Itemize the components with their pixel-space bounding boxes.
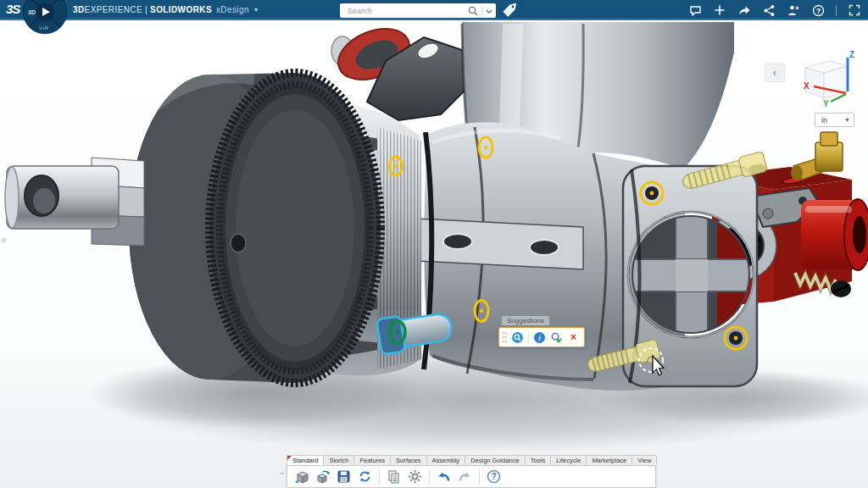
ribbon-help-button[interactable]: ? (485, 468, 503, 485)
user-icon (787, 4, 800, 17)
starter-drum (129, 73, 381, 383)
brand-divider: | (145, 5, 147, 14)
fullscreen-button[interactable] (848, 3, 861, 17)
share-nodes-icon (763, 4, 776, 17)
tab-features[interactable]: Features (353, 455, 391, 465)
search-divider (481, 6, 482, 15)
drag-handle-icon[interactable] (502, 331, 507, 343)
view-cube[interactable]: X Y Z (795, 47, 861, 112)
redo-icon (457, 469, 473, 485)
open-part-icon (314, 469, 331, 485)
search-input[interactable] (346, 6, 468, 16)
brand-product: SOLIDWORKS (150, 5, 212, 14)
xdesign-app-window: 3S 3DEXPERIENCE | SOLIDWORKS xDesign ▾ (0, 0, 868, 488)
global-search (340, 3, 496, 18)
compass-3d-label: 3D (28, 9, 36, 15)
compass-vr-label: V+R (39, 25, 48, 30)
share-network-button[interactable] (762, 3, 776, 17)
suggestion-preview-button[interactable] (511, 331, 524, 344)
tab-marketplace[interactable]: Marketplace (586, 455, 632, 465)
3d-model-canvas[interactable] (0, 0, 868, 488)
tab-view[interactable]: View (632, 455, 657, 465)
chevron-down-icon[interactable]: ▾ (254, 6, 258, 14)
units-chevron-icon: ▼ (844, 117, 850, 123)
prop-shaft (5, 166, 119, 229)
plus-icon (714, 4, 726, 16)
tab-lifecycle[interactable]: Lifecycle (550, 455, 587, 465)
share-forward-icon (737, 4, 751, 17)
units-dropdown[interactable]: in ▼ (815, 113, 854, 127)
tab-design-guidance[interactable]: Design Guidance (465, 455, 526, 465)
brand-3d: 3D (73, 5, 85, 14)
undo-button[interactable] (435, 468, 453, 485)
undo-icon (436, 469, 452, 485)
fullscreen-icon (849, 4, 860, 16)
tab-sketch[interactable]: Sketch (323, 455, 354, 465)
tag-icon (502, 3, 517, 18)
tab-standard[interactable]: Standard (287, 455, 324, 465)
view-previous-button[interactable]: ‹ (765, 64, 785, 82)
redo-button[interactable] (456, 468, 474, 485)
brand-experience: EXPERIENCE (85, 5, 142, 14)
topbar-icon-group: ? (688, 0, 865, 20)
ribbon-collapse-chevron[interactable]: ⌄ (279, 468, 286, 476)
add-button[interactable] (713, 3, 726, 17)
comment-button[interactable] (688, 3, 702, 17)
suggestions-toolbar: i × (498, 327, 585, 347)
save-button[interactable] (335, 468, 353, 485)
help-icon: ? (812, 4, 825, 17)
top-app-bar: 3S 3DEXPERIENCE | SOLIDWORKS xDesign ▾ (0, 0, 868, 20)
app-name: xDesign (216, 5, 249, 14)
toolbar-divider (379, 469, 380, 485)
user-button[interactable] (787, 3, 800, 17)
dassault-3ds-logo[interactable]: 3S (6, 2, 19, 16)
toolbar-divider (479, 469, 480, 485)
z-axis-label: Z (849, 50, 854, 59)
share-forward-button[interactable] (737, 3, 751, 17)
ribbon-toolbar: ? (287, 465, 656, 488)
gear-icon (407, 469, 423, 485)
suggestions-tooltip: Suggestions (502, 316, 549, 325)
toolbar-divider (429, 469, 430, 485)
svg-text:?: ? (815, 6, 820, 14)
copy-properties-icon (386, 469, 402, 485)
search-icon[interactable] (468, 6, 478, 16)
svg-text:?: ? (491, 472, 496, 481)
magnifier-check-icon (550, 331, 563, 344)
intake-cylinder (801, 199, 868, 270)
help-circle-icon: ? (486, 469, 502, 485)
tab-tools[interactable]: Tools (525, 455, 552, 465)
help-button[interactable]: ? (811, 3, 825, 17)
app-breadcrumb: 3DEXPERIENCE | SOLIDWORKS xDesign ▾ (73, 5, 258, 14)
tag-button[interactable] (502, 3, 517, 18)
ribbon-tabs: Standard Sketch Features Surfaces Assemb… (287, 454, 656, 465)
x-axis-label: X (804, 81, 810, 91)
info-icon: i (533, 331, 546, 344)
suggestion-dismiss-button[interactable]: × (567, 331, 580, 344)
3dexperience-compass[interactable]: 3D V+R (22, 0, 68, 35)
sync-button[interactable] (356, 468, 374, 485)
topbar-divider (836, 5, 837, 16)
panel-expand-chevron[interactable]: » (1, 234, 6, 244)
save-icon (336, 469, 352, 485)
new-part-icon (293, 469, 309, 485)
y-axis-label: Y (823, 99, 829, 108)
search-options-chevron-icon[interactable] (486, 8, 492, 14)
comment-icon (689, 4, 702, 17)
settings-button[interactable] (406, 468, 424, 485)
tab-assembly[interactable]: Assembly (426, 455, 466, 465)
units-value: in (821, 116, 827, 125)
suggestion-apply-button[interactable] (550, 331, 563, 344)
open-part-button[interactable] (314, 468, 331, 485)
new-part-button[interactable] (292, 468, 310, 485)
suggestions-divider (528, 331, 529, 343)
suggestion-info-button[interactable]: i (533, 331, 546, 344)
preview-bubble-icon (511, 331, 524, 344)
copy-properties-button[interactable] (385, 468, 403, 485)
sync-icon (357, 469, 373, 485)
tab-surfaces[interactable]: Surfaces (390, 455, 427, 465)
drum-hole (231, 234, 246, 252)
command-ribbon: Standard Sketch Features Surfaces Assemb… (287, 454, 656, 488)
